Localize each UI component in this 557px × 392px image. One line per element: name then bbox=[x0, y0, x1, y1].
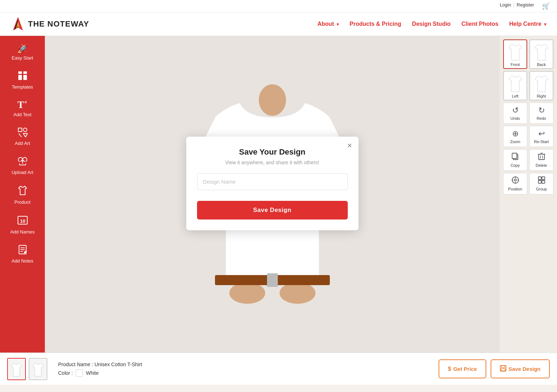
easy-start-label: Easy Start bbox=[12, 55, 33, 61]
text-icon: T+ bbox=[18, 100, 28, 110]
templates-label: Templates bbox=[12, 84, 33, 90]
login-link[interactable]: Login bbox=[500, 2, 511, 10]
sidebar-item-add-notes[interactable]: Add Notes bbox=[0, 240, 45, 269]
svg-rect-39 bbox=[538, 180, 541, 183]
copy-button[interactable]: Copy bbox=[503, 149, 527, 171]
group-button[interactable]: Group bbox=[529, 173, 553, 194]
view-left-button[interactable]: Left bbox=[503, 71, 527, 100]
nav-client-photos[interactable]: Client Photos bbox=[462, 21, 499, 27]
dollar-icon: $ bbox=[448, 366, 451, 372]
header-separator: | bbox=[513, 2, 514, 10]
product-name-label: Product Name : bbox=[58, 362, 93, 367]
modal-subtitle: View it anywhere, and share it with othe… bbox=[197, 160, 348, 165]
get-price-button[interactable]: $ Get Price bbox=[439, 359, 486, 378]
add-notes-icon bbox=[18, 245, 28, 256]
zoom-label: Zoom bbox=[510, 140, 520, 144]
nav-design-studio[interactable]: Design Studio bbox=[412, 21, 451, 27]
product-name-value: Unisex Cotton T-Shirt bbox=[94, 362, 142, 367]
footer-info: Product Name : Unisex Cotton T-Shirt Col… bbox=[55, 362, 431, 377]
svg-rect-42 bbox=[501, 365, 505, 368]
view-front-button[interactable]: Front bbox=[503, 39, 527, 69]
undo-icon: ↺ bbox=[512, 106, 519, 115]
redo-button[interactable]: ↻ Redo bbox=[529, 103, 553, 124]
footer-bar: Product Name : Unisex Cotton T-Shirt Col… bbox=[0, 353, 557, 385]
left-thumb-icon bbox=[507, 73, 524, 93]
svg-rect-40 bbox=[542, 180, 545, 183]
nav-help-centre[interactable]: Help Centre ▾ bbox=[509, 21, 546, 27]
footer-product-name: Product Name : Unisex Cotton T-Shirt bbox=[58, 362, 431, 367]
svg-point-21 bbox=[280, 282, 315, 304]
design-name-input[interactable] bbox=[197, 173, 348, 190]
rocket-icon: 🚀 bbox=[17, 44, 28, 53]
svg-point-20 bbox=[229, 282, 265, 304]
sidebar-item-upload-art[interactable]: Upload Art bbox=[0, 151, 45, 180]
action-row-undo-redo: ↺ Undo ↻ Redo bbox=[503, 103, 553, 124]
product-icon bbox=[18, 185, 28, 197]
add-names-icon: 10 bbox=[17, 215, 28, 227]
delete-label: Delete bbox=[536, 163, 547, 167]
svg-rect-43 bbox=[501, 369, 505, 371]
action-row-copy-delete: Copy Delete bbox=[503, 149, 553, 171]
svg-rect-25 bbox=[512, 153, 517, 159]
footer-thumbs bbox=[7, 358, 47, 380]
color-swatch-white[interactable] bbox=[76, 369, 83, 377]
sidebar-item-add-text[interactable]: T+ Add Text bbox=[0, 95, 45, 122]
about-arrow: ▾ bbox=[337, 22, 339, 27]
footer-front-thumb-icon bbox=[10, 361, 23, 377]
svg-rect-4 bbox=[23, 71, 27, 74]
group-icon bbox=[538, 176, 546, 186]
view-row-2: Left Right bbox=[503, 71, 553, 100]
restart-button[interactable]: ↩ Re-Start bbox=[529, 126, 553, 147]
modal-close-button[interactable]: × bbox=[347, 142, 352, 150]
add-names-label: Add Names bbox=[10, 229, 35, 235]
color-label: Color : bbox=[58, 370, 73, 376]
restart-label: Re-Start bbox=[534, 140, 549, 144]
svg-marker-10 bbox=[23, 133, 28, 137]
right-thumb-icon bbox=[533, 73, 550, 93]
footer-thumb-front[interactable] bbox=[7, 358, 26, 380]
color-name: White bbox=[86, 370, 99, 376]
footer-save-design-label: Save Design bbox=[509, 366, 540, 372]
footer-save-design-button[interactable]: Save Design bbox=[491, 359, 550, 378]
sidebar-item-add-names[interactable]: 10 Add Names bbox=[0, 210, 45, 240]
get-price-label: Get Price bbox=[453, 366, 477, 372]
nav-links: About ▾ Products & Pricing Design Studio… bbox=[317, 21, 546, 27]
add-notes-label: Add Notes bbox=[11, 258, 33, 264]
copy-label: Copy bbox=[511, 163, 520, 167]
back-label: Back bbox=[537, 62, 546, 67]
sidebar-item-templates[interactable]: Templates bbox=[0, 66, 45, 95]
nav-products[interactable]: Products & Pricing bbox=[350, 21, 401, 27]
nav-about[interactable]: About ▾ bbox=[317, 21, 339, 27]
sidebar-item-easy-start[interactable]: 🚀 Easy Start bbox=[0, 39, 45, 66]
svg-rect-5 bbox=[18, 75, 22, 80]
svg-point-17 bbox=[259, 84, 286, 116]
templates-icon bbox=[18, 71, 28, 82]
view-back-button[interactable]: Back bbox=[529, 39, 553, 69]
register-link[interactable]: Register bbox=[517, 2, 534, 10]
modal-save-button[interactable]: Save Design bbox=[197, 201, 348, 219]
header-top: Login | Register 🛒 bbox=[0, 0, 557, 13]
undo-button[interactable]: ↺ Undo bbox=[503, 103, 527, 124]
back-thumb-icon bbox=[533, 42, 550, 62]
svg-line-9 bbox=[19, 133, 22, 137]
cart-icon[interactable]: 🛒 bbox=[542, 2, 550, 10]
delete-button[interactable]: Delete bbox=[529, 149, 553, 171]
zoom-button[interactable]: ⊕ Zoom bbox=[503, 126, 527, 147]
art-icon bbox=[18, 127, 28, 138]
footer-color-row: Color : White bbox=[58, 369, 431, 377]
footer-thumb-back[interactable] bbox=[29, 358, 47, 380]
footer-back-thumb-icon bbox=[32, 361, 45, 377]
add-art-label: Add Art bbox=[15, 141, 30, 146]
svg-text:10: 10 bbox=[20, 218, 25, 224]
front-label: Front bbox=[511, 62, 520, 67]
svg-rect-38 bbox=[542, 177, 545, 180]
sidebar-item-product[interactable]: Product bbox=[0, 180, 45, 210]
upload-icon bbox=[18, 156, 28, 167]
position-button[interactable]: Position bbox=[503, 173, 527, 194]
svg-rect-3 bbox=[18, 71, 22, 74]
position-label: Position bbox=[508, 187, 522, 191]
sidebar-item-add-art[interactable]: Add Art bbox=[0, 122, 45, 151]
view-right-button[interactable]: Right bbox=[529, 71, 553, 100]
redo-icon: ↻ bbox=[538, 106, 545, 115]
right-panel: Front Back Left Right bbox=[500, 36, 557, 353]
